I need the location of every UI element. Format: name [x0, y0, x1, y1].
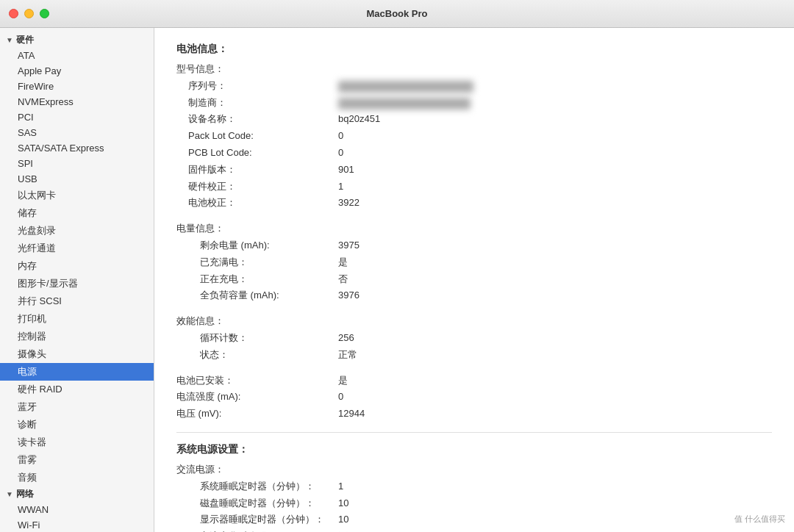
disk-sleep-value: 10: [338, 496, 348, 511]
battery-installed-label: 电池已安装：: [176, 373, 338, 389]
status-label: 状态：: [176, 348, 338, 363]
perf-section-title: 效能信息：: [176, 314, 338, 329]
sidebar-item-storage[interactable]: 储存: [0, 204, 154, 222]
device-name-value: bq20z451: [338, 112, 380, 127]
remaining-value: 3975: [338, 238, 360, 254]
ac-wake-value: 否: [338, 529, 348, 532]
sidebar-item-card-reader[interactable]: 读卡器: [0, 434, 154, 451]
sidebar-item-ata[interactable]: ATA: [0, 48, 154, 63]
power-settings-group: 交流电源： 系统睡眠定时器（分钟）： 1 磁盘睡眠定时器（分钟）： 10 显示器…: [176, 462, 772, 532]
disk-sleep-label: 磁盘睡眠定时器（分钟）：: [176, 496, 338, 511]
battery-calibration-label: 电池校正：: [176, 195, 338, 211]
sidebar-item-nvmexpress[interactable]: NVMExpress: [0, 94, 154, 109]
sidebar-item-audio[interactable]: 音频: [0, 469, 154, 486]
firmware-label: 固件版本：: [176, 162, 338, 178]
device-name-row: 设备名称： bq20z451: [176, 112, 772, 127]
firmware-row: 固件版本： 901: [176, 162, 772, 178]
sidebar-section-network[interactable]: ▼ 网络: [0, 486, 154, 502]
pack-lot-value: 0: [338, 129, 343, 144]
sidebar-item-sata[interactable]: SATA/SATA Express: [0, 140, 154, 156]
sidebar-item-diagnostics[interactable]: 诊断: [0, 416, 154, 434]
current-label: 电流强度 (mA):: [176, 389, 338, 405]
fully-charged-value: 是: [338, 255, 348, 270]
close-button[interactable]: [9, 9, 18, 18]
serial-row: 序列号： ████████████████████: [176, 79, 772, 94]
sidebar-item-camera[interactable]: 摄像头: [0, 345, 154, 363]
sidebar-item-printer[interactable]: 打印机: [0, 310, 154, 328]
sidebar-item-power[interactable]: 电源: [0, 363, 154, 381]
hw-calibration-label: 硬件校正：: [176, 179, 338, 195]
charging-label: 正在充电：: [176, 272, 338, 287]
sidebar-item-bluetooth[interactable]: 蓝牙: [0, 398, 154, 416]
pcb-lot-label: PCB Lot Code:: [176, 145, 338, 161]
sidebar-item-sas[interactable]: SAS: [0, 125, 154, 140]
status-row: 状态： 正常: [176, 348, 772, 363]
disk-sleep-row: 磁盘睡眠定时器（分钟）： 10: [176, 496, 772, 511]
voltage-value: 12944: [338, 406, 365, 422]
perf-title-row: 效能信息：: [176, 314, 772, 329]
remaining-label: 剩余电量 (mAh):: [176, 238, 338, 254]
sidebar-item-graphics[interactable]: 图形卡/显示器: [0, 275, 154, 292]
sidebar-item-firewire[interactable]: FireWire: [0, 79, 154, 94]
sidebar-item-fiber[interactable]: 光纤通道: [0, 240, 154, 257]
sidebar-item-ethernet[interactable]: 以太网卡: [0, 187, 154, 204]
status-value: 正常: [338, 348, 357, 363]
charging-value: 否: [338, 272, 348, 287]
pcb-lot-value: 0: [338, 145, 343, 161]
pack-lot-label: Pack Lot Code:: [176, 129, 338, 144]
minimize-button[interactable]: [24, 9, 34, 18]
hw-calibration-row: 硬件校正： 1: [176, 179, 772, 195]
model-info-row: 型号信息：: [176, 62, 772, 77]
system-sleep-value: 1: [338, 479, 343, 495]
charge-section-title: 电量信息：: [176, 221, 338, 237]
triangle-icon: ▼: [6, 36, 13, 44]
main-container: ▼ 硬件 ATA Apple Pay FireWire NVMExpress P…: [0, 28, 794, 532]
triangle-icon-network: ▼: [6, 490, 13, 498]
serial-label: 序列号：: [176, 79, 338, 94]
full-capacity-value: 3976: [338, 288, 360, 303]
content-area: 电池信息： 型号信息： 序列号： ████████████████████ 制造…: [154, 28, 794, 532]
display-sleep-row: 显示器睡眠定时器（分钟）： 10: [176, 512, 772, 528]
ac-power-label: 交流电源：: [176, 462, 338, 478]
sidebar-item-wifi[interactable]: Wi-Fi: [0, 517, 154, 532]
cycle-count-value: 256: [338, 331, 354, 346]
sidebar: ▼ 硬件 ATA Apple Pay FireWire NVMExpress P…: [0, 28, 154, 532]
ac-wake-label: 交流变化时唤醒：: [176, 529, 338, 532]
display-sleep-value: 10: [338, 512, 348, 528]
fullscreen-button[interactable]: [40, 9, 49, 18]
charging-row: 正在充电： 否: [176, 272, 772, 287]
fully-charged-label: 已充满电：: [176, 255, 338, 270]
sidebar-item-memory[interactable]: 内存: [0, 257, 154, 275]
sidebar-item-scsi[interactable]: 并行 SCSI: [0, 292, 154, 310]
manufacturer-label: 制造商：: [176, 96, 338, 111]
charge-info-group: 电量信息： 剩余电量 (mAh): 3975 已充满电： 是 正在充电： 否 全…: [176, 221, 772, 303]
sidebar-section-hardware[interactable]: ▼ 硬件: [0, 32, 154, 48]
pack-lot-row: Pack Lot Code: 0: [176, 129, 772, 144]
power-settings-title: 系统电源设置：: [176, 443, 772, 456]
battery-section-title: 电池信息：: [176, 43, 772, 56]
voltage-label: 电压 (mV):: [176, 406, 338, 422]
extra-battery-group: 电池已安装： 是 电流强度 (mA): 0 电压 (mV): 12944: [176, 373, 772, 422]
sidebar-item-hw-raid[interactable]: 硬件 RAID: [0, 381, 154, 398]
sidebar-item-optical[interactable]: 光盘刻录: [0, 222, 154, 240]
cycle-count-row: 循环计数： 256: [176, 331, 772, 346]
ac-wake-row: 交流变化时唤醒： 否: [176, 529, 772, 532]
sidebar-item-wwan[interactable]: WWAN: [0, 502, 154, 517]
sidebar-item-spi[interactable]: SPI: [0, 156, 154, 171]
cycle-count-label: 循环计数：: [176, 331, 338, 346]
sidebar-item-apple-pay[interactable]: Apple Pay: [0, 63, 154, 79]
manufacturer-row: 制造商： ████████████: [176, 96, 772, 111]
hw-calibration-value: 1: [338, 179, 343, 195]
ac-power-row: 交流电源：: [176, 462, 772, 478]
firmware-value: 901: [338, 162, 354, 178]
section-divider: [176, 432, 772, 433]
sidebar-item-thunderbolt[interactable]: 雷雾: [0, 451, 154, 469]
remaining-row: 剩余电量 (mAh): 3975: [176, 238, 772, 254]
sidebar-item-pci[interactable]: PCI: [0, 109, 154, 125]
display-sleep-label: 显示器睡眠定时器（分钟）：: [176, 512, 338, 528]
sidebar-item-usb[interactable]: USB: [0, 171, 154, 187]
sidebar-item-controller[interactable]: 控制器: [0, 328, 154, 345]
current-row: 电流强度 (mA): 0: [176, 389, 772, 405]
system-sleep-row: 系统睡眠定时器（分钟）： 1: [176, 479, 772, 495]
full-capacity-label: 全负荷容量 (mAh):: [176, 288, 338, 303]
